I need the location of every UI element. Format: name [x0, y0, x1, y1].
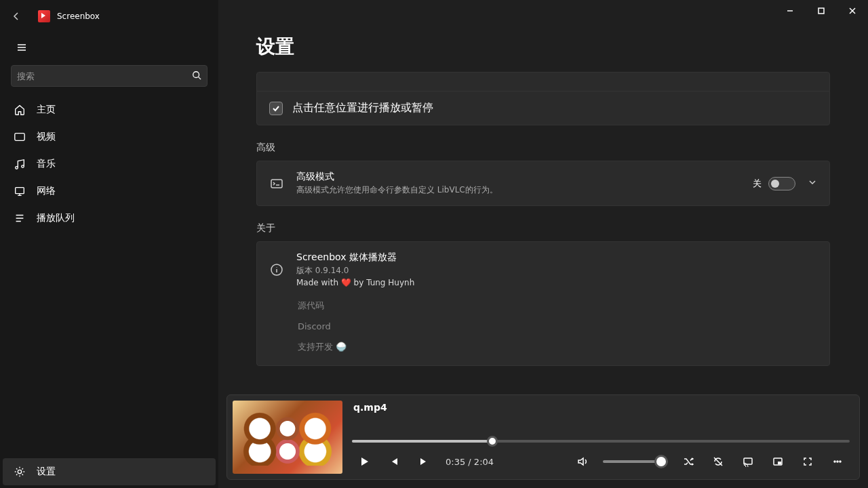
progress-slider[interactable] [352, 440, 850, 443]
search-icon[interactable] [192, 70, 201, 83]
chevron-down-icon[interactable] [808, 177, 817, 190]
toggle-advanced-mode[interactable] [768, 177, 795, 190]
svg-rect-1 [15, 134, 24, 141]
page-title: 设置 [218, 0, 868, 72]
sidebar-item-label: 设置 [37, 466, 56, 478]
pip-button[interactable] [766, 449, 790, 474]
search-input[interactable] [17, 71, 192, 81]
search-box[interactable] [11, 65, 208, 87]
setting-description: 高级模式允许您使用命令行参数自定义 LibVLC的行为。 [296, 184, 741, 196]
checkbox-icon[interactable] [269, 102, 283, 115]
svg-point-10 [834, 461, 835, 462]
svg-rect-5 [271, 180, 282, 188]
cast-button[interactable] [736, 449, 760, 474]
sidebar-item-queue[interactable]: 播放队列 [3, 205, 216, 232]
section-header-about: 关于 [256, 222, 830, 235]
close-button[interactable] [837, 0, 868, 22]
volume-button[interactable] [570, 449, 595, 474]
volume-slider[interactable] [603, 460, 668, 463]
sidebar-item-settings[interactable]: 设置 [3, 458, 216, 485]
time-display: 0:35 / 2:04 [446, 457, 494, 467]
svg-rect-9 [778, 462, 781, 464]
svg-point-11 [837, 461, 838, 462]
sidebar-item-label: 网络 [37, 185, 56, 197]
sidebar-item-label: 视频 [37, 131, 56, 143]
about-made-by: Made with ❤️ by Tung Huynh [296, 278, 817, 287]
previous-button[interactable] [382, 449, 406, 474]
maximize-button[interactable] [806, 0, 837, 22]
svg-rect-4 [818, 8, 824, 14]
sidebar-item-home[interactable]: 主页 [3, 96, 216, 123]
link-support[interactable]: 支持开发 🍚 [298, 341, 817, 353]
repeat-button[interactable] [706, 449, 730, 474]
sidebar-item-video[interactable]: 视频 [3, 123, 216, 150]
app-icon [38, 10, 50, 22]
setting-click-anywhere[interactable]: 点击任意位置进行播放或暂停 [257, 91, 829, 125]
info-icon [269, 262, 284, 277]
section-header-advanced: 高级 [256, 142, 830, 154]
sidebar-item-music[interactable]: 音乐 [3, 150, 216, 178]
minimize-button[interactable] [774, 0, 806, 22]
setting-title: 高级模式 [296, 171, 741, 183]
terminal-icon [269, 176, 284, 191]
about-card: Screenbox 媒体播放器 版本 0.9.14.0 Made with ❤️… [257, 242, 829, 297]
svg-rect-2 [16, 188, 24, 194]
link-discord[interactable]: Discord [298, 321, 817, 331]
player-bar: q.mp4 0:35 / 2:0 [226, 394, 860, 480]
media-thumbnail[interactable] [233, 401, 342, 474]
shuffle-button[interactable] [676, 449, 701, 474]
sidebar-item-label: 音乐 [37, 158, 56, 170]
back-button[interactable] [5, 5, 27, 27]
svg-point-3 [18, 470, 21, 473]
toggle-state-label: 关 [753, 178, 762, 190]
sidebar-item-network[interactable]: 网络 [3, 178, 216, 205]
svg-point-12 [840, 461, 841, 462]
svg-point-0 [193, 71, 199, 77]
about-version: 版本 0.9.14.0 [296, 265, 817, 277]
link-source-code[interactable]: 源代码 [298, 300, 817, 312]
sidebar-item-label: 播放队列 [37, 212, 75, 224]
media-title: q.mp4 [353, 402, 854, 413]
next-button[interactable] [412, 449, 436, 474]
app-name: Screenbox [57, 12, 100, 21]
hamburger-menu[interactable] [11, 37, 33, 58]
more-button[interactable] [825, 449, 850, 474]
setting-label: 点击任意位置进行播放或暂停 [292, 101, 433, 115]
fullscreen-button[interactable] [795, 449, 820, 474]
play-button[interactable] [352, 449, 376, 474]
about-title: Screenbox 媒体播放器 [296, 251, 817, 264]
setting-advanced-mode[interactable]: 高级模式 高级模式允许您使用命令行参数自定义 LibVLC的行为。 关 [257, 161, 829, 205]
sidebar-item-label: 主页 [37, 104, 56, 116]
